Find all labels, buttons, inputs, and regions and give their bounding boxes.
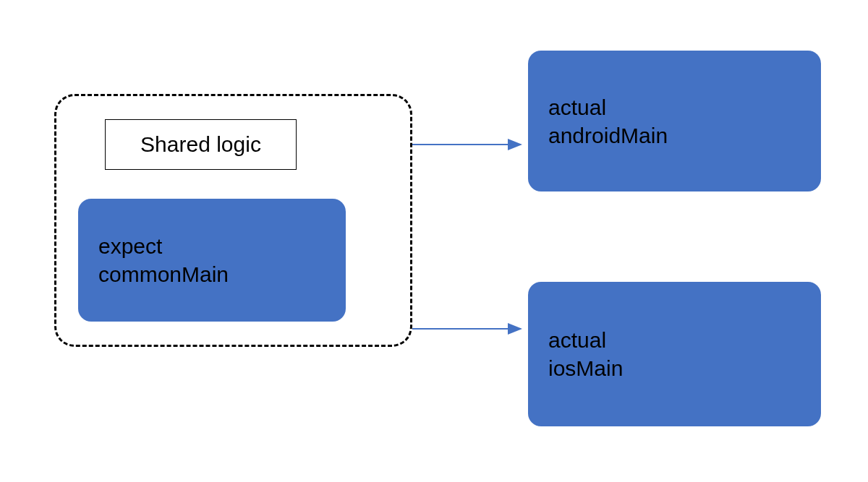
android-main-line1: actual	[548, 93, 801, 121]
ios-main-line2: iosMain	[548, 354, 801, 382]
common-main-box: expect commonMain	[78, 199, 346, 322]
ios-main-line1: actual	[548, 326, 801, 354]
common-main-line2: commonMain	[98, 260, 326, 288]
ios-main-box: actual iosMain	[528, 282, 821, 426]
android-main-box: actual androidMain	[528, 51, 821, 191]
common-main-line1: expect	[98, 232, 326, 260]
arrow-to-ios	[412, 325, 528, 332]
android-main-line2: androidMain	[548, 121, 801, 150]
arrow-to-android	[412, 141, 528, 148]
shared-logic-label: Shared logic	[140, 132, 261, 157]
shared-logic-label-box: Shared logic	[105, 119, 297, 170]
